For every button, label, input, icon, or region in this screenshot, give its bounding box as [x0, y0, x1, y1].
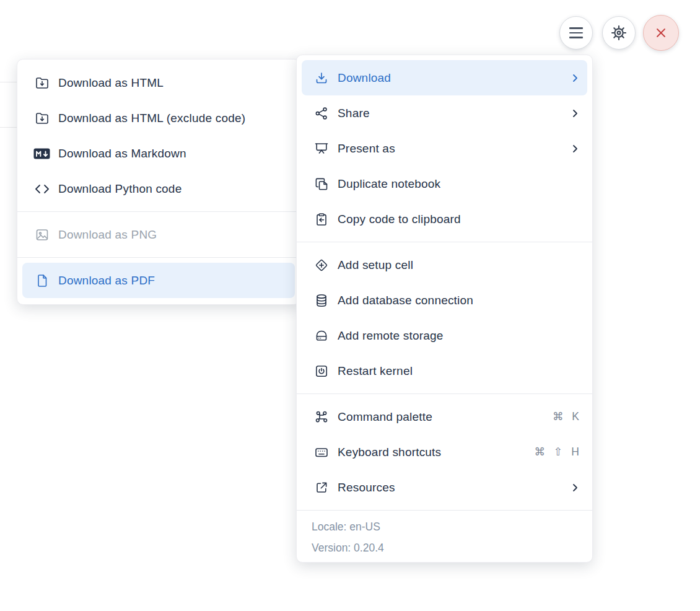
download-submenu: Download as HTML Download as HTML (exclu… [17, 59, 300, 305]
command-icon [313, 410, 330, 424]
menu-item-label: Download as PNG [58, 228, 287, 242]
menu-item-label: Add setup cell [338, 258, 580, 272]
database-icon [313, 293, 330, 308]
keyboard-icon [313, 445, 330, 460]
background-divider [0, 82, 17, 82]
app-window: Download as HTML Download as HTML (exclu… [0, 0, 700, 611]
folder-download-icon [33, 76, 50, 90]
share-icon [313, 106, 330, 121]
locale-text: Locale: en-US [312, 516, 577, 537]
menu-item-download-as-pdf[interactable]: Download as PDF [22, 263, 295, 298]
chevron-right-icon [570, 483, 580, 493]
menu-item-copy-code-to-clipboard[interactable]: Copy code to clipboard [297, 201, 592, 237]
menu-item-command-palette[interactable]: Command palette ⌘ K [297, 399, 592, 434]
menu-item-label: Download as Markdown [58, 147, 287, 160]
hamburger-icon [569, 27, 583, 38]
file-icon [33, 273, 50, 288]
menu-item-label: Add remote storage [338, 329, 580, 343]
menu-item-restart-kernel[interactable]: Restart kernel [297, 353, 592, 389]
clipboard-icon [313, 212, 330, 227]
menu-divider [17, 211, 300, 212]
menu-divider [17, 257, 300, 258]
menu-item-label: Add database connection [338, 294, 580, 307]
menu-item-download-as-png: Download as PNG [17, 217, 300, 252]
chevron-right-icon [570, 144, 580, 154]
menu-item-download[interactable]: Download [302, 60, 587, 95]
close-button[interactable] [643, 15, 679, 51]
menu-divider [297, 242, 592, 242]
menu-item-download-python-code[interactable]: Download Python code [17, 171, 300, 206]
menu-item-label: Download as PDF [58, 274, 287, 288]
code-icon [33, 182, 50, 196]
menu-footer: Locale: en-US Version: 0.20.4 [297, 510, 592, 563]
menu-divider [297, 393, 592, 394]
settings-button[interactable] [602, 16, 636, 50]
menu-item-label: Download as HTML [58, 76, 287, 90]
close-icon [654, 25, 668, 40]
menu-item-label: Share [338, 107, 562, 120]
background-divider [0, 127, 17, 128]
menu-item-add-database-connection[interactable]: Add database connection [297, 283, 592, 318]
menu-item-label: Download [338, 71, 562, 85]
chevron-right-icon [570, 108, 580, 118]
menu-item-label: Command palette [338, 410, 553, 424]
menu-item-add-remote-storage[interactable]: Add remote storage [297, 318, 592, 353]
external-link-icon [313, 480, 330, 495]
menu-item-download-as-markdown[interactable]: Download as Markdown [17, 136, 300, 171]
shortcut-hint: ⌘ ⇧ H [534, 446, 580, 459]
menu-item-label: Resources [338, 481, 562, 495]
menu-item-download-as-html-exclude-code[interactable]: Download as HTML (exclude code) [17, 100, 300, 136]
menu-item-add-setup-cell[interactable]: Add setup cell [297, 247, 592, 283]
chevron-right-icon [570, 73, 580, 83]
gear-icon [610, 24, 628, 42]
shortcut-hint: ⌘ K [553, 410, 580, 423]
download-icon [313, 71, 330, 86]
menu-item-label: Copy code to clipboard [338, 213, 580, 226]
menu-item-keyboard-shortcuts[interactable]: Keyboard shortcuts ⌘ ⇧ H [297, 434, 592, 470]
version-text: Version: 0.20.4 [312, 537, 577, 558]
hamburger-menu-button[interactable] [559, 16, 593, 50]
menu-item-label: Duplicate notebook [338, 177, 580, 191]
menu-item-label: Restart kernel [338, 364, 580, 378]
menu-item-share[interactable]: Share [297, 95, 592, 131]
menu-item-label: Download Python code [58, 182, 287, 196]
markdown-icon [33, 148, 50, 159]
menu-item-label: Present as [338, 142, 562, 156]
power-icon [313, 364, 330, 379]
folder-download-icon [33, 111, 50, 126]
menu-item-present-as[interactable]: Present as [297, 131, 592, 166]
menu-item-duplicate-notebook[interactable]: Duplicate notebook [297, 166, 592, 201]
storage-icon [313, 328, 330, 343]
main-menu: Download Share [296, 55, 593, 563]
presentation-icon [313, 141, 330, 156]
menu-item-download-as-html[interactable]: Download as HTML [17, 65, 300, 100]
menu-item-label: Download as HTML (exclude code) [58, 112, 287, 125]
duplicate-icon [313, 177, 330, 191]
image-icon [33, 227, 50, 242]
menu-item-resources[interactable]: Resources [297, 470, 592, 505]
diamond-plus-icon [313, 258, 330, 273]
menu-item-label: Keyboard shortcuts [338, 446, 534, 459]
